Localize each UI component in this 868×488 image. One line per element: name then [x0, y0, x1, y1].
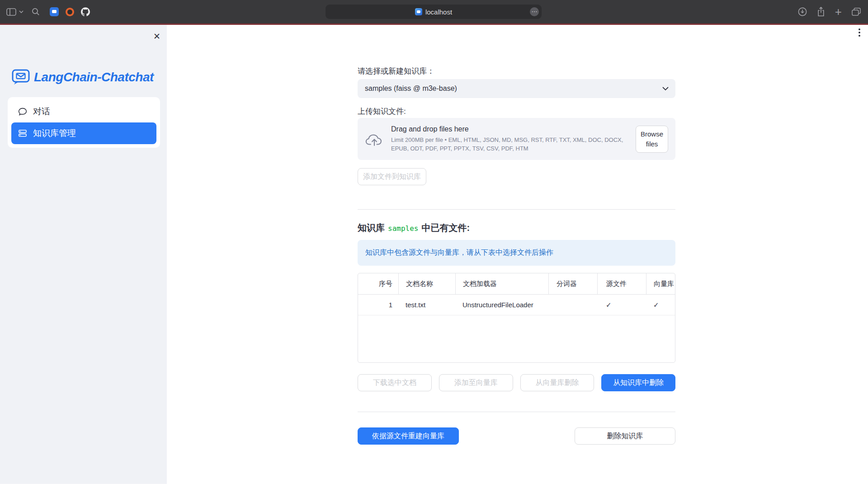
- sidebar-nav: 对话 知识库管理: [8, 97, 160, 148]
- downloads-icon[interactable]: [798, 7, 807, 16]
- rebuild-vectorstore-button[interactable]: 依据源文件重建向量库: [358, 427, 459, 445]
- kb-name-code: samples: [388, 224, 418, 233]
- delete-from-vectorstore-button[interactable]: 从向量库删除: [520, 374, 594, 391]
- table-header-cell: 分词器: [548, 273, 597, 294]
- table-header-row: 序号 文档名称 文档加载器 分词器 源文件 向量库: [358, 273, 675, 295]
- table-action-buttons: 下载选中文档 添加至向量库 从向量库删除 从知识库中删除: [358, 374, 675, 391]
- browse-files-button[interactable]: Browse files: [636, 126, 668, 153]
- logo-text: LangChain-Chatchat: [34, 70, 154, 84]
- table-cell-index: 1: [358, 295, 398, 315]
- add-files-to-kb-button[interactable]: 添加文件到知识库: [358, 168, 426, 185]
- search-icon[interactable]: [32, 8, 40, 16]
- knowledge-base-icon: [18, 129, 27, 138]
- table-cell-splitter: [548, 295, 597, 315]
- divider: [358, 412, 675, 412]
- sidebar-item-chat[interactable]: 对话: [11, 101, 156, 122]
- info-alert: 知识库中包含源文件与向量库，请从下表中选择文件后操作: [358, 240, 675, 266]
- site-favicon: [415, 8, 422, 15]
- browser-toolbar: localhost ⋯ +: [0, 0, 868, 23]
- add-to-vectorstore-button[interactable]: 添加至向量库: [439, 374, 513, 391]
- pinned-tab-blue-icon[interactable]: [50, 7, 59, 16]
- page-settings-more-icon[interactable]: ⋯: [530, 7, 539, 16]
- table-header-cell: 源文件: [597, 273, 646, 294]
- new-tab-icon[interactable]: +: [835, 7, 842, 17]
- kb-bottom-actions: 依据源文件重建向量库 删除知识库: [358, 427, 675, 445]
- nav-label: 对话: [33, 106, 50, 117]
- chevron-down-icon: [662, 87, 669, 90]
- logo-icon: [12, 69, 30, 85]
- heading-prefix: 知识库: [358, 222, 385, 234]
- app-page: ✕ LangChain-Chatchat 对话: [0, 25, 868, 488]
- table-header-cell: 文档名称: [398, 273, 455, 294]
- table-cell-vectorstore-check: ✓: [646, 295, 675, 315]
- divider: [358, 209, 675, 210]
- address-bar[interactable]: localhost ⋯: [326, 5, 542, 19]
- kb-files-heading: 知识库 samples 中已有文件:: [358, 222, 470, 234]
- share-icon[interactable]: [817, 7, 825, 17]
- file-dropzone[interactable]: Drag and drop files here Limit 200MB per…: [358, 118, 675, 160]
- table-cell-loader: UnstructuredFileLoader: [455, 295, 548, 315]
- files-table: 序号 文档名称 文档加载器 分词器 源文件 向量库 1 test.txt Uns…: [358, 273, 675, 363]
- app-logo: LangChain-Chatchat: [12, 69, 154, 85]
- table-cell-docname: test.txt: [398, 295, 455, 315]
- delete-from-kb-button[interactable]: 从知识库中删除: [601, 374, 675, 391]
- nav-label: 知识库管理: [33, 127, 76, 139]
- dropzone-title: Drag and drop files here: [391, 125, 628, 133]
- chevron-down-icon[interactable]: [19, 10, 24, 14]
- heading-suffix: 中已有文件:: [421, 222, 470, 234]
- tab-overview-icon[interactable]: [852, 8, 861, 16]
- table-header-cell: 向量库: [646, 273, 675, 294]
- delete-kb-button[interactable]: 删除知识库: [575, 427, 675, 445]
- pinned-tab-orange-icon[interactable]: [66, 8, 74, 16]
- dropzone-limit-text: Limit 200MB per file • EML, HTML, JSON, …: [391, 136, 628, 152]
- kb-select[interactable]: samples (faiss @ m3e-base): [358, 79, 675, 98]
- address-url: localhost: [425, 8, 452, 16]
- download-selected-button[interactable]: 下载选中文档: [358, 374, 432, 391]
- cloud-upload-icon: [365, 132, 384, 146]
- table-header-cell: 序号: [358, 273, 398, 294]
- kebab-menu-icon[interactable]: [859, 28, 860, 37]
- table-header-cell: 文档加载器: [455, 273, 548, 294]
- main-content: 请选择或新建知识库： samples (faiss @ m3e-base) 上传…: [358, 25, 675, 488]
- upload-label: 上传知识文件:: [358, 106, 406, 117]
- sidebar-toggle-icon[interactable]: [6, 8, 16, 16]
- kb-select-label: 请选择或新建知识库：: [358, 66, 434, 76]
- github-icon[interactable]: [81, 7, 90, 16]
- table-cell-sourcefile-check: ✓: [597, 295, 646, 315]
- table-row[interactable]: 1 test.txt UnstructuredFileLoader ✓ ✓: [358, 295, 675, 315]
- sidebar-item-kb-management[interactable]: 知识库管理: [11, 122, 156, 144]
- kb-select-value: samples (faiss @ m3e-base): [365, 84, 457, 93]
- chat-icon: [18, 107, 27, 116]
- close-sidebar-icon[interactable]: ✕: [153, 32, 160, 41]
- sidebar: ✕ LangChain-Chatchat 对话: [0, 25, 167, 484]
